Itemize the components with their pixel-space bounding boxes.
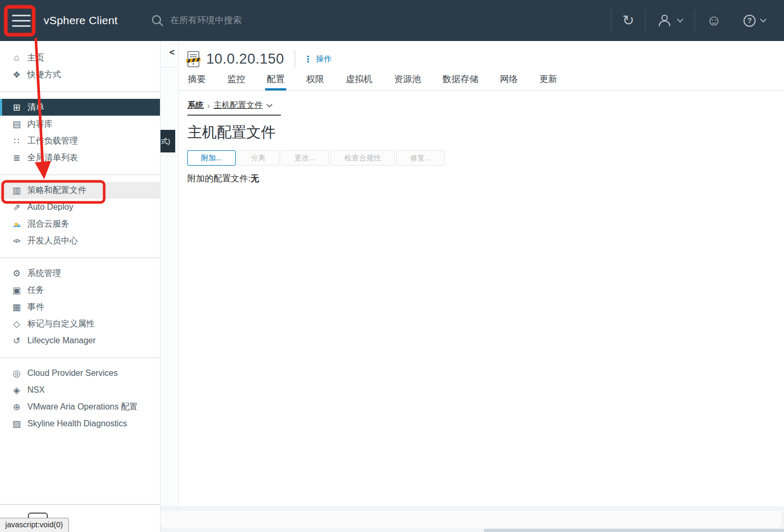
- tab-updates[interactable]: 更新: [539, 73, 557, 90]
- attach-button[interactable]: 附加...: [187, 150, 236, 166]
- sidebar-item-developer-center[interactable]: </> 开发人员中心: [0, 232, 160, 249]
- sidebar-item-label: 任务: [27, 285, 44, 296]
- sidebar-item-label: Cloud Provider Services: [27, 369, 118, 378]
- tab-permissions[interactable]: 权限: [306, 73, 324, 90]
- actions-menu-button[interactable]: ⋮ 操作: [304, 54, 331, 64]
- sidebar-item-label: 标记与自定义属性: [27, 319, 95, 330]
- topbar-actions: ↻ ☺ ?: [611, 0, 778, 41]
- sidebar-item-policies-profiles[interactable]: ▥ 策略和配置文件: [0, 182, 160, 199]
- sidebar-group-admin: ⚙ 系统管理 ▣ 任务 ▦ 事件 ◇ 标记与自定义属性 ↺ Lifecycle …: [0, 258, 160, 357]
- page-title: 主机配置文件: [187, 122, 784, 142]
- sidebar-item-auto-deploy[interactable]: ⇗ Auto Deploy: [0, 199, 160, 216]
- sidebar-item-administration[interactable]: ⚙ 系统管理: [0, 265, 160, 282]
- sidebar-item-inventory[interactable]: ⊞ 清单: [0, 99, 160, 116]
- profile-actions-toolbar: 附加... 分离 更改... 检查合规性 修复...: [187, 150, 784, 166]
- hybrid-cloud-icon: ☁: [11, 219, 23, 230]
- sidebar-group-top: ⌂ 主页 ❖ 快捷方式: [0, 41, 160, 91]
- tab-configure[interactable]: 配置: [267, 73, 285, 90]
- sidebar-item-label: 系统管理: [27, 268, 61, 279]
- breadcrumb-system-link[interactable]: 系统: [187, 100, 204, 111]
- sidebar-item-cloud-provider-services[interactable]: ◎ Cloud Provider Services: [0, 365, 160, 382]
- check-compliance-button[interactable]: 检查合规性: [330, 150, 395, 166]
- host-maintenance-mode-icon: [187, 51, 199, 67]
- sidebar-item-label: 全局清单列表: [27, 152, 78, 163]
- tab-bar: 摘要 监控 配置 权限 虚拟机 资源池 数据存储 网络 更新: [179, 73, 784, 91]
- attached-profile-value: 无: [250, 173, 259, 183]
- bottom-edge-band: [484, 529, 784, 532]
- sidebar-item-nsx[interactable]: ◈ NSX: [0, 382, 160, 398]
- aria-operations-icon: ⊕: [11, 402, 23, 413]
- chevron-down-icon: [760, 18, 767, 23]
- refresh-button[interactable]: ↻: [611, 0, 646, 41]
- attached-profile-label: 附加的配置文件:: [187, 173, 250, 183]
- sidebar-item-home[interactable]: ⌂ 主页: [0, 49, 160, 66]
- bottom-panel-area: [160, 506, 784, 532]
- sidebar-item-global-inventory-lists[interactable]: ≣ 全局清单列表: [0, 149, 160, 166]
- sidebar-item-label: Lifecycle Manager: [27, 336, 96, 345]
- tab-monitor[interactable]: 监控: [227, 73, 245, 90]
- search-icon: [150, 14, 164, 27]
- sidebar-item-label: 开发人员中心: [27, 236, 78, 247]
- workload-management-icon: ∷: [11, 136, 23, 147]
- sidebar-item-label: 事件: [27, 302, 44, 313]
- sidebar-item-label: Auto Deploy: [27, 202, 73, 212]
- sidebar-item-shortcuts[interactable]: ❖ 快捷方式: [0, 66, 160, 83]
- vertical-dots-icon: ⋮: [304, 54, 312, 64]
- sidebar-group-policies: ▥ 策略和配置文件 ⇗ Auto Deploy ☁ 混合云服务 </> 开发人员…: [0, 175, 160, 258]
- tree-selected-host-fragment[interactable]: 式): [160, 130, 175, 152]
- host-profile-section: 系统 › 主机配置文件 主机配置文件 附加... 分离 更改... 检查合规性 …: [179, 91, 784, 185]
- user-menu-button[interactable]: [646, 0, 695, 41]
- lifecycle-manager-icon: ↺: [11, 335, 23, 346]
- breadcrumb: 系统 › 主机配置文件: [187, 100, 281, 116]
- collapsed-panel-strip: < 式): [160, 41, 179, 506]
- search-input[interactable]: [170, 15, 344, 26]
- collapsed-tasks-panel: [160, 511, 781, 528]
- sidebar-item-label: 主页: [27, 53, 44, 64]
- sidebar-item-workload-management[interactable]: ∷ 工作负载管理: [0, 132, 160, 149]
- tags-icon: ◇: [11, 319, 23, 330]
- sidebar-item-label: 混合云服务: [27, 219, 69, 230]
- refresh-icon: ↻: [622, 14, 635, 28]
- remediate-button[interactable]: 修复...: [396, 150, 445, 166]
- cloud-provider-icon: ◎: [11, 368, 23, 379]
- tab-datastores[interactable]: 数据存储: [443, 73, 478, 90]
- breadcrumb-host-profile-dropdown[interactable]: 主机配置文件: [214, 100, 263, 111]
- sidebar-item-label: 清单: [27, 102, 44, 113]
- inventory-icon: ⊞: [11, 102, 23, 113]
- sidebar-item-content-libraries[interactable]: ▤ 内容库: [0, 116, 160, 132]
- tab-summary[interactable]: 摘要: [188, 73, 206, 90]
- tasks-icon: ▣: [11, 285, 23, 296]
- change-button[interactable]: 更改...: [281, 150, 329, 166]
- sidebar-divider: [0, 504, 160, 505]
- sidebar-item-tags-custom-attributes[interactable]: ◇ 标记与自定义属性: [0, 315, 160, 332]
- actions-menu-label: 操作: [316, 54, 331, 64]
- sidebar-item-hybrid-cloud-services[interactable]: ☁ 混合云服务: [0, 216, 160, 232]
- breadcrumb-separator: ›: [207, 101, 210, 110]
- tab-resource-pools[interactable]: 资源池: [394, 73, 421, 90]
- feedback-button[interactable]: ☺: [695, 0, 732, 41]
- collapse-panel-chevron-icon[interactable]: <: [169, 47, 175, 58]
- sidebar-item-label: 工作负载管理: [27, 136, 78, 147]
- sidebar-item-events[interactable]: ▦ 事件: [0, 299, 160, 315]
- tab-networks[interactable]: 网络: [500, 73, 518, 90]
- shortcuts-icon: ❖: [11, 69, 23, 80]
- strip-divider: [160, 67, 178, 67]
- hamburger-menu-icon[interactable]: [11, 12, 32, 30]
- policies-profiles-icon: ▥: [11, 185, 23, 196]
- global-search: [150, 14, 344, 27]
- chevron-down-icon: [266, 104, 273, 108]
- sidebar-item-skyline-health-diagnostics[interactable]: ▨ Skyline Health Diagnostics: [0, 415, 160, 432]
- help-menu-button[interactable]: ?: [732, 0, 778, 41]
- detach-button[interactable]: 分离: [237, 150, 279, 166]
- nsx-icon: ◈: [11, 385, 23, 396]
- sidebar-item-aria-operations-config[interactable]: ⊕ VMware Aria Operations 配置: [0, 398, 160, 415]
- sidebar-item-tasks[interactable]: ▣ 任务: [0, 282, 160, 299]
- sidebar-item-label: NSX: [27, 385, 45, 395]
- sidebar-item-label: 内容库: [27, 119, 53, 130]
- main-menu-sidebar: ⌂ 主页 ❖ 快捷方式 ⊞ 清单 ▤ 内容库 ∷ 工作负载管理 ≣: [0, 41, 160, 532]
- sidebar-item-lifecycle-manager[interactable]: ↺ Lifecycle Manager: [0, 332, 160, 349]
- attached-profile-status: 附加的配置文件:无: [187, 173, 784, 185]
- sidebar-item-label: 策略和配置文件: [27, 185, 86, 196]
- tab-vms[interactable]: 虚拟机: [346, 73, 373, 90]
- auto-deploy-icon: ⇗: [11, 202, 23, 213]
